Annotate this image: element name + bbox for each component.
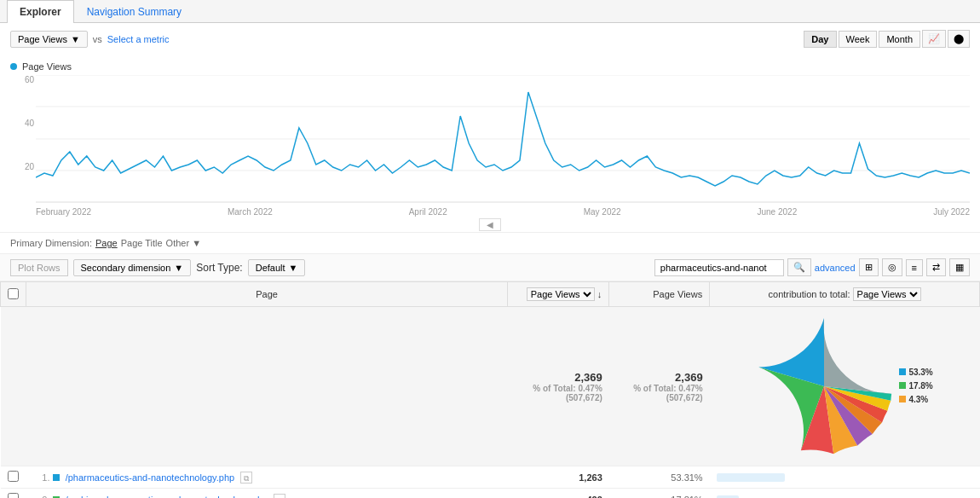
y-label-40: 40 bbox=[10, 119, 34, 128]
dim-other-link[interactable]: Other ▼ bbox=[166, 238, 201, 248]
page-views-chart bbox=[36, 75, 970, 203]
row-bar-cell bbox=[710, 489, 980, 499]
sort-type-label: Sort Type: bbox=[196, 262, 242, 274]
table-header-row: Page Page Views ↓ Page Views contributio… bbox=[1, 282, 980, 307]
scroll-left-icon[interactable]: ◀ bbox=[479, 218, 501, 231]
y-label-20: 20 bbox=[10, 162, 34, 171]
left-controls: Page Views ▼ vs Select a metric bbox=[10, 31, 170, 48]
totals-pv1: 2,369 % of Total: 0.47% (507,672) bbox=[508, 307, 609, 466]
row-number: 2. bbox=[33, 495, 50, 499]
other-dropdown-icon: ▼ bbox=[192, 238, 201, 248]
data-table: Page Page Views ↓ Page Views contributio… bbox=[0, 281, 980, 498]
page-link[interactable]: /pharmaceutics-and-nanotechnology.php bbox=[66, 472, 235, 483]
tab-explorer[interactable]: Explorer bbox=[7, 0, 74, 23]
pie-legend: 53.3% 17.8% 4.3% bbox=[899, 366, 932, 407]
col-header-pv2: Page Views bbox=[609, 282, 710, 307]
sort-desc-icon: ↓ bbox=[597, 289, 602, 299]
page-link[interactable]: /archive-pharmaceutics-and-nanotechnolog… bbox=[66, 495, 268, 499]
x-label-may: May 2022 bbox=[584, 207, 621, 217]
dim-page-title-link[interactable]: Page Title bbox=[121, 238, 163, 248]
contribution-select[interactable]: Page Views bbox=[853, 287, 921, 301]
external-link-icon[interactable]: ⧉ bbox=[240, 472, 252, 484]
line-chart-icon[interactable]: 📈 bbox=[922, 30, 946, 48]
row-checkbox[interactable] bbox=[1, 466, 26, 489]
row-bar bbox=[717, 473, 785, 482]
chart-legend-label: Page Views bbox=[22, 61, 72, 72]
week-button[interactable]: Week bbox=[839, 31, 878, 48]
list-view-icon[interactable]: ≡ bbox=[906, 259, 923, 276]
row-page: 2. /archive-pharmaceutics-and-nanotechno… bbox=[26, 489, 508, 499]
totals-pie-cell: 53.3% 17.8% 4.3% bbox=[710, 307, 980, 466]
row-pv: 1,263 bbox=[508, 466, 609, 489]
row-bar bbox=[717, 495, 740, 499]
plot-rows-button[interactable]: Plot Rows bbox=[10, 259, 68, 276]
totals-row: 2,369 % of Total: 0.47% (507,672) 2,369 … bbox=[1, 307, 980, 466]
x-label-apr: April 2022 bbox=[409, 207, 447, 217]
totals-check bbox=[1, 307, 26, 466]
compare-icon[interactable]: ⇄ bbox=[926, 258, 946, 276]
legend-dot bbox=[10, 63, 17, 70]
x-axis: February 2022 March 2022 April 2022 May … bbox=[36, 206, 970, 217]
day-button[interactable]: Day bbox=[804, 31, 836, 48]
chart-area: Page Views 60 40 20 February 2022 March … bbox=[0, 55, 980, 230]
totals-pv2: 2,369 % of Total: 0.47% (507,672) bbox=[609, 307, 710, 466]
x-label-jun: June 2022 bbox=[758, 207, 798, 217]
table-body: 1. /pharmaceutics-and-nanotechnology.php… bbox=[1, 466, 980, 499]
y-axis: 60 40 20 bbox=[10, 75, 34, 206]
row-pct: 17.81% bbox=[609, 489, 710, 499]
vs-text: vs bbox=[93, 34, 102, 44]
x-label-feb: February 2022 bbox=[36, 207, 91, 217]
y-label-60: 60 bbox=[10, 75, 34, 84]
select-metric-link[interactable]: Select a metric bbox=[107, 34, 170, 44]
row-page: 1. /pharmaceutics-and-nanotechnology.php… bbox=[26, 466, 508, 489]
row-color-dot bbox=[53, 474, 60, 481]
secondary-dimension-dropdown[interactable]: Secondary dimension ▼ bbox=[73, 259, 192, 276]
tab-navigation-summary[interactable]: Navigation Summary bbox=[74, 0, 194, 23]
sort-arrow: ▼ bbox=[289, 263, 298, 273]
table-controls-bar: Plot Rows Secondary dimension ▼ Sort Typ… bbox=[0, 253, 980, 281]
right-controls: Day Week Month 📈 ⬤ bbox=[804, 30, 970, 48]
col-header-pv-dropdown[interactable]: Page Views ↓ bbox=[508, 282, 609, 307]
page-views-dropdown[interactable]: Page Views ▼ bbox=[10, 31, 88, 48]
select-all-checkbox[interactable] bbox=[1, 282, 26, 307]
search-icon[interactable]: 🔍 bbox=[787, 258, 811, 276]
bar-chart-icon[interactable]: ▦ bbox=[949, 258, 970, 276]
dim-page-link[interactable]: Page bbox=[95, 238, 118, 248]
primary-dim-label: Primary Dimension: bbox=[10, 238, 92, 248]
sort-default-dropdown[interactable]: Default ▼ bbox=[248, 259, 306, 276]
col-header-pie: contribution to total: Page Views bbox=[710, 282, 980, 307]
x-label-jul: July 2022 bbox=[933, 207, 970, 217]
pie-chart-icon[interactable]: ◎ bbox=[882, 258, 902, 276]
row-bar-cell bbox=[710, 466, 980, 489]
chart-legend: Page Views bbox=[10, 61, 970, 72]
totals-label bbox=[26, 307, 508, 466]
row-pct: 53.31% bbox=[609, 466, 710, 489]
table-controls-left: Plot Rows Secondary dimension ▼ Sort Typ… bbox=[10, 259, 305, 276]
page-views-label: Page Views bbox=[18, 34, 67, 44]
page-views-select[interactable]: Page Views bbox=[527, 287, 595, 301]
table-row: 2. /archive-pharmaceutics-and-nanotechno… bbox=[1, 489, 980, 499]
search-input[interactable] bbox=[654, 259, 784, 276]
table-row: 1. /pharmaceutics-and-nanotechnology.php… bbox=[1, 466, 980, 489]
advanced-link[interactable]: advanced bbox=[815, 263, 856, 273]
grid-view-icon[interactable]: ⊞ bbox=[859, 258, 879, 276]
pie-view-icon[interactable]: ⬤ bbox=[948, 30, 970, 48]
x-label-mar: March 2022 bbox=[228, 207, 273, 217]
dropdown-arrow-icon: ▼ bbox=[71, 34, 80, 44]
table-controls-right: 🔍 advanced ⊞ ◎ ≡ ⇄ ▦ bbox=[654, 258, 970, 276]
col-header-page: Page bbox=[26, 282, 508, 307]
external-link-icon[interactable]: ⧉ bbox=[274, 494, 285, 499]
primary-dimension-bar: Primary Dimension: Page Page Title Other… bbox=[0, 232, 980, 253]
sec-dim-arrow: ▼ bbox=[174, 263, 183, 273]
pie-chart-container: 53.3% 17.8% 4.3% bbox=[717, 311, 973, 461]
pie-chart bbox=[756, 318, 892, 455]
row-checkbox[interactable] bbox=[1, 489, 26, 499]
row-pv: 422 bbox=[508, 489, 609, 499]
top-controls: Page Views ▼ vs Select a metric Day Week… bbox=[0, 23, 980, 55]
row-number: 1. bbox=[33, 472, 50, 483]
month-button[interactable]: Month bbox=[879, 31, 920, 48]
chart-scroll-controls: ◀ bbox=[10, 218, 970, 230]
tab-bar: Explorer Navigation Summary bbox=[0, 0, 980, 23]
